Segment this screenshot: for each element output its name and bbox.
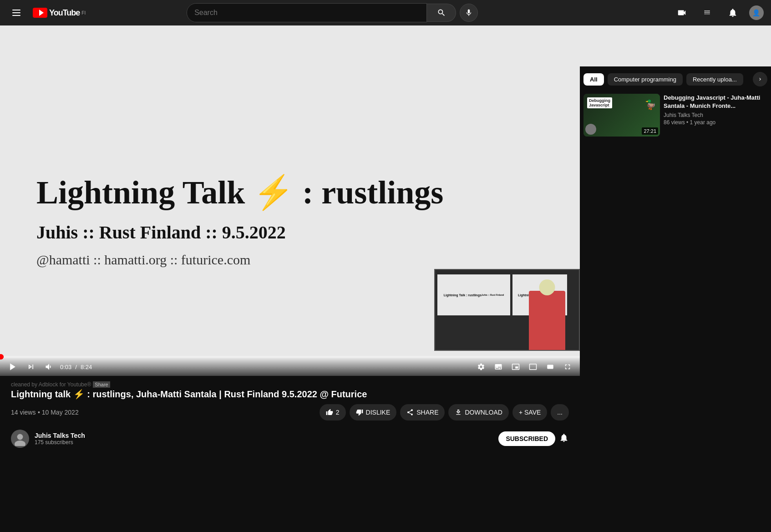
svg-point-6 [15,441,25,446]
channel-avatar[interactable] [11,430,29,448]
filter-chevron-button[interactable] [753,72,767,86]
ad-banner [0,25,771,66]
youtube-country-badge: FI [81,10,86,15]
time-display: 0:03 [60,364,71,370]
pip-presenter [529,291,565,350]
dislike-button[interactable]: DISLIKE [350,404,397,421]
sidebar: All Computer programming Recently uploa.… [580,66,771,455]
svg-marker-3 [39,10,44,16]
suggested-views: 86 views [664,119,685,126]
video-date-sep: • [38,409,42,416]
lightning-emoji: ⚡ [253,174,294,211]
filter-tabs: All Computer programming Recently uploa.… [583,70,767,88]
video-meta: 14 views • 10 May 2022 2 DISLIKE [11,404,569,421]
subtitles-button[interactable] [492,360,505,374]
channel-left: Juhis Talks Tech 175 subscribers [11,430,85,448]
top-navigation: YouTube FI [0,0,771,25]
adblock-text: cleaned by Adblock for Youtube® [11,381,91,388]
suggested-info: Debugging Javascript - Juha-Matti Santal… [664,94,767,137]
suggested-age-sep: • [686,119,690,126]
video-stats-wrap: 14 views • 10 May 2022 [11,408,79,416]
video-section: Lightning Talk ⚡ : rustlings Juhis :: Ru… [0,66,580,455]
channel-info: Juhis Talks Tech 175 subscribers [35,432,85,446]
slide-title: Lightning Talk ⚡ : rustlings [36,175,543,211]
slide-subtitle: Juhis :: Rust Finland :: 9.5.2022 [36,222,543,243]
search-input[interactable] [187,4,426,22]
next-button[interactable] [24,360,38,374]
search-bar [187,3,478,22]
video-actions: 2 DISLIKE SHARE DOWNLOAD [320,404,569,421]
filter-tab-all[interactable]: All [583,73,604,86]
time-total: 8:24 [81,364,92,370]
nav-left: YouTube FI [7,4,86,22]
suggested-stats: 86 views • 1 year ago [664,119,767,126]
like-count: 2 [336,409,340,416]
svg-marker-4 [10,364,15,370]
youtube-logo-text: YouTube [49,8,80,18]
more-button[interactable]: ... [551,404,569,421]
settings-button[interactable] [474,360,488,374]
more-label: ... [557,409,563,416]
video-title: Lightning talk ⚡ : rustlings, Juha-Matti… [11,388,569,400]
theater-button[interactable] [543,360,557,374]
filter-tab-computer-programming[interactable]: Computer programming [608,73,683,86]
video-duration: 27:21 [642,127,658,135]
save-label: + SAVE [519,409,541,416]
mic-button[interactable] [460,4,478,22]
notifications-button[interactable] [724,4,742,22]
pip-button[interactable] [509,360,522,374]
create-button[interactable] [673,4,691,22]
adblock-notice: cleaned by Adblock for Youtube® Share [11,381,569,388]
avatar[interactable]: 👤 [749,5,764,20]
main-content: Lightning Talk ⚡ : rustlings Juhis :: Ru… [0,66,771,455]
pip-slide-1: Lightning Talk : rustlingsJuhis :: Rust … [437,274,510,315]
filter-tab-recently-uploaded[interactable]: Recently uploa... [686,73,743,86]
like-button[interactable]: 2 [320,404,346,421]
channel-subscribers: 175 subscribers [35,439,85,446]
video-views: 14 views [11,409,36,416]
save-button[interactable]: + SAVE [512,404,547,421]
youtube-logo[interactable]: YouTube FI [33,8,86,18]
channel-section: Juhis Talks Tech 175 subscribers SUBSCRI… [0,426,580,455]
suggested-channel: Juhis Talks Tech [664,112,767,118]
suggested-card[interactable]: DebuggingJavascript 🦆 27:21 Debugging Ja… [583,94,767,137]
svg-rect-1 [12,12,20,13]
apps-button[interactable] [698,4,716,22]
download-label: DOWNLOAD [465,409,502,416]
pip-content: Lightning Talk : rustlingsJuhis :: Rust … [435,270,579,350]
svg-rect-0 [12,10,20,10]
channel-right: SUBSCRIBED [498,431,569,446]
video-info-section: cleaned by Adblock for Youtube® Share Li… [0,376,580,426]
menu-button[interactable] [7,4,25,22]
thumb-channel-icon [585,124,596,135]
dislike-label: DISLIKE [366,409,391,416]
time-separator: / [75,364,77,370]
youtube-logo-icon [33,8,47,18]
video-date: 10 May 2022 [42,409,79,416]
pip-window[interactable]: Lightning Talk : rustlingsJuhis :: Rust … [434,269,580,351]
search-input-wrap [187,3,427,22]
fullscreen-button[interactable] [561,360,574,374]
play-button[interactable] [5,360,20,374]
search-button[interactable] [427,4,456,22]
share-label: SHARE [416,409,438,416]
subscribe-button[interactable]: SUBSCRIBED [498,431,555,446]
share-button[interactable]: SHARE [400,404,445,421]
video-frame: Lightning Talk ⚡ : rustlings Juhis :: Ru… [0,66,580,376]
volume-button[interactable] [42,360,56,374]
svg-rect-2 [12,15,20,16]
adblock-share-tag: Share [93,381,110,388]
suggested-title: Debugging Javascript - Juha-Matti Santal… [664,94,767,110]
bell-button[interactable] [559,433,569,445]
video-player[interactable]: Lightning Talk ⚡ : rustlings Juhis :: Ru… [0,66,580,376]
nav-right: 👤 [673,4,764,22]
channel-name: Juhis Talks Tech [35,432,85,439]
video-controls: 0:03 / 8:24 [0,358,580,376]
svg-point-5 [17,434,23,440]
miniplayer-button[interactable] [526,360,540,374]
suggested-thumbnail: DebuggingJavascript 🦆 27:21 [583,94,660,137]
download-button[interactable]: DOWNLOAD [448,404,508,421]
slide-author: @hamatti :: hamatti.org :: futurice.com [36,252,543,268]
suggested-age: 1 year ago [690,119,716,126]
